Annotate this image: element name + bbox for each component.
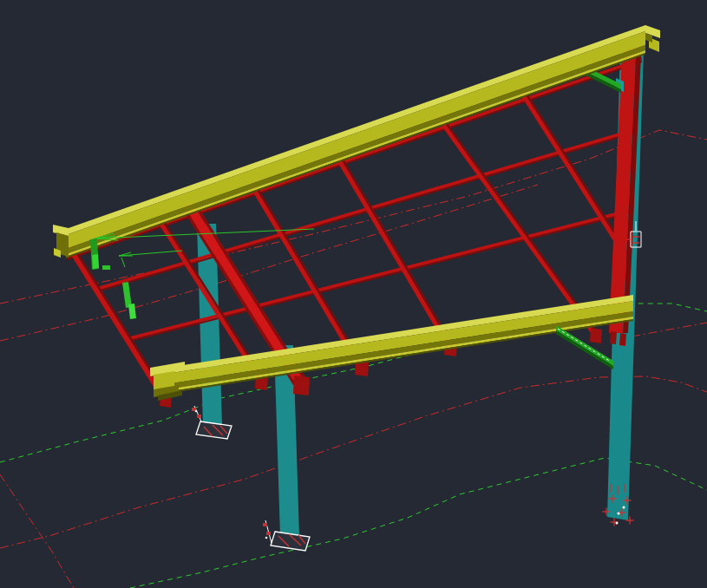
baseplate-right-dot-2[interactable]: [616, 522, 619, 525]
edgeline-green-1[interactable]: [0, 304, 707, 462]
baseplate-right-dot-1[interactable]: [618, 513, 620, 515]
annotation-arrow-1-bar-bright[interactable]: [92, 254, 99, 269]
baseplate-left-anchor-dot[interactable]: [195, 410, 198, 413]
rafter-3-face-0: [331, 150, 453, 349]
centerline-red-steep[interactable]: [0, 474, 74, 588]
rafter-3[interactable]: [331, 150, 455, 349]
girder-top-face-0: [66, 25, 645, 235]
rafter-5-face-0: [515, 87, 628, 256]
rafter-edge-left-face-0: [65, 245, 168, 401]
girder-front[interactable]: [160, 295, 633, 395]
baseplate-left[interactable]: [196, 421, 232, 439]
annotation-arrow-2-tick[interactable]: [121, 258, 125, 267]
centerline-red-arc[interactable]: [0, 376, 707, 548]
cad-canvas[interactable]: [0, 0, 707, 588]
baseplate-middle-anchor-dot[interactable]: [265, 537, 268, 539]
column-right-red-tab-2[interactable]: [619, 333, 626, 346]
girder-front-face-2: [160, 311, 633, 390]
annotation-bar-lower-tip[interactable]: [128, 304, 136, 319]
baseplate-right-dot-3[interactable]: [623, 506, 625, 509]
rafter-4-cap[interactable]: [590, 328, 602, 343]
baseplate-left-anchor-mark-2[interactable]: [197, 415, 201, 418]
centerline-red-right[interactable]: [632, 323, 707, 336]
annotation-bar-lower[interactable]: [122, 282, 132, 308]
column-right-red-tab-1[interactable]: [610, 331, 617, 344]
braces-over: [556, 325, 613, 369]
model-viewport[interactable]: [0, 0, 707, 588]
rafter-main-wide-cap[interactable]: [293, 376, 310, 395]
baseplate-middle-anchor-mark-1[interactable]: [263, 523, 267, 526]
rafter-3-face-1: [336, 150, 455, 349]
baseplate-middle-anchor-mark-2[interactable]: [266, 532, 271, 535]
girders: [66, 25, 645, 395]
annotation-nub[interactable]: [102, 265, 110, 270]
girder-top-face-1: [66, 31, 645, 249]
brace-lower-face-1: [556, 330, 613, 369]
rafter-5[interactable]: [515, 87, 631, 256]
brace-lower[interactable]: [556, 325, 613, 369]
